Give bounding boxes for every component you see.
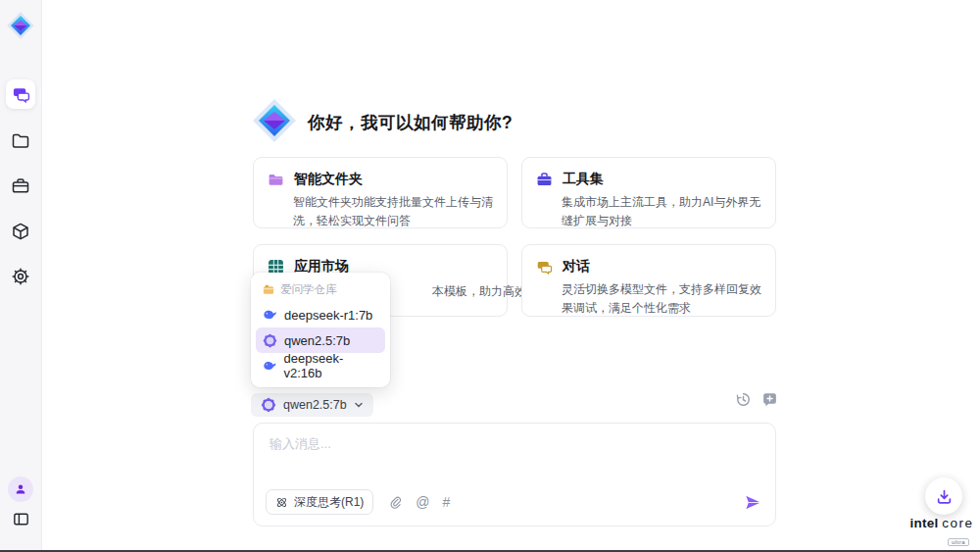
sidebar-item-folders[interactable] <box>0 131 41 151</box>
panel-toggle-icon <box>12 510 30 528</box>
deepseek-icon <box>263 308 277 323</box>
app-logo <box>0 11 41 40</box>
download-icon <box>936 488 953 505</box>
deep-think-button[interactable]: 深度思考(R1) <box>266 489 373 515</box>
card-toolset[interactable]: 工具集 集成市场上主流工具，助力AI与外界无缝扩展与对接 <box>521 157 776 228</box>
sidebar-item-models[interactable] <box>0 222 41 241</box>
repository-icon <box>263 284 274 296</box>
message-input[interactable] <box>268 433 752 482</box>
diamond-logo-icon <box>251 97 298 144</box>
card-conversation[interactable]: 对话 灵活切换多模型文件，支持多样回复效果调试，满足个性化需求 <box>521 244 776 317</box>
model-option-label: deepseek-v2:16b <box>284 351 378 380</box>
greeting-logo <box>251 97 298 148</box>
briefcase-icon <box>536 172 553 188</box>
card-smart-folder[interactable]: 智能文件夹 智能文件夹功能支持批量文件上传与清洗，轻松实现文件问答 <box>253 157 508 228</box>
deep-think-label: 深度思考(R1) <box>294 494 364 511</box>
card-title: 智能文件夹 <box>294 171 363 188</box>
model-dropdown-menu: 爱问学仓库 deepseek-r1:7b qwen2.5:7b deepseek… <box>251 273 390 387</box>
download-button[interactable] <box>925 477 962 515</box>
greeting-title: 你好，我可以如何帮助你? <box>308 111 513 134</box>
history-button[interactable] <box>735 391 752 408</box>
qwen-icon <box>263 333 277 348</box>
diamond-logo-icon <box>6 11 35 40</box>
hash-icon[interactable]: # <box>443 495 451 509</box>
new-chat-button[interactable] <box>761 391 778 408</box>
sidebar-item-account[interactable] <box>8 477 33 502</box>
composer-icons: @ # <box>388 495 450 510</box>
card-title: 工具集 <box>563 171 604 188</box>
sidebar-item-toolbox[interactable] <box>0 176 41 196</box>
model-selector-button[interactable]: qwen2.5:7b <box>251 393 373 417</box>
sidebar-item-collapse[interactable] <box>0 510 41 528</box>
card-description: 灵活切换多模型文件，支持多样回复效果调试，满足个性化需求 <box>522 280 775 328</box>
selected-model-label: qwen2.5:7b <box>283 398 347 412</box>
sidebar <box>0 0 42 550</box>
message-composer: 深度思考(R1) @ # <box>253 423 776 527</box>
deepseek-icon <box>263 359 277 374</box>
sidebar-item-settings[interactable] <box>0 267 41 286</box>
model-option-deepseek-r1[interactable]: deepseek-r1:7b <box>256 302 385 327</box>
core-wordmark: core <box>942 516 973 530</box>
new-chat-icon <box>761 391 778 408</box>
model-option-label: qwen2.5:7b <box>284 333 350 348</box>
model-group-label: 爱问学仓库 <box>280 282 337 297</box>
card-title: 对话 <box>563 258 590 276</box>
sidebar-item-chat[interactable] <box>6 79 35 109</box>
chevron-down-icon <box>354 400 364 410</box>
deep-think-icon <box>275 496 288 509</box>
model-option-qwen[interactable]: qwen2.5:7b <box>256 327 385 353</box>
intel-wordmark: intel <box>910 516 939 530</box>
attachment-icon[interactable] <box>388 495 403 510</box>
briefcase-icon <box>11 176 30 196</box>
chat-bubbles-icon <box>12 85 30 104</box>
intel-ultra-badge: ultra <box>948 538 969 546</box>
send-button[interactable] <box>744 493 762 512</box>
qwen-icon <box>261 397 276 413</box>
folder-icon <box>268 172 284 188</box>
card-description: 智能文件夹功能支持批量文件上传与清洗，轻松实现文件问答 <box>254 193 507 241</box>
person-icon <box>14 482 27 496</box>
model-option-deepseek-v2[interactable]: deepseek-v2:16b <box>256 353 385 378</box>
mention-icon[interactable]: @ <box>416 495 429 509</box>
history-icon <box>735 391 752 408</box>
folder-icon <box>11 131 30 151</box>
intel-core-logo: intel core ultra <box>906 516 978 548</box>
chat-toolbar-icons <box>735 391 778 408</box>
send-icon <box>744 493 762 512</box>
chat-bubbles-icon <box>536 259 553 276</box>
card-description: 集成市场上主流工具，助力AI与外界无缝扩展与对接 <box>522 193 775 241</box>
cube-icon <box>11 222 30 241</box>
model-group-header: 爱问学仓库 <box>251 279 390 302</box>
model-option-label: deepseek-r1:7b <box>284 308 372 323</box>
gear-icon <box>11 267 30 286</box>
